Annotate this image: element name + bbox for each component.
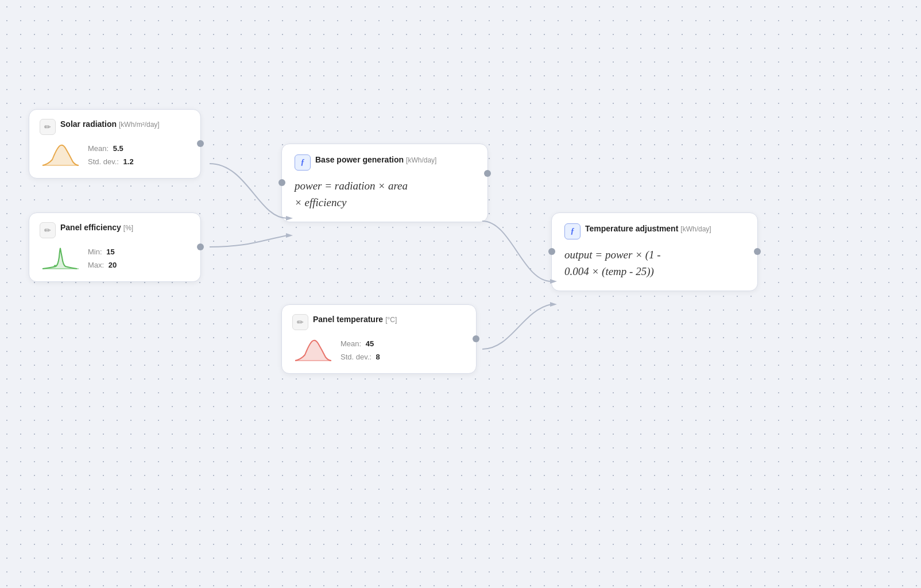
solar-std-label: Std. dev.: <box>88 157 119 166</box>
efficiency-min-value: 15 <box>106 247 114 256</box>
panel-efficiency-node: ✏ Panel efficiency [%] Min: 15 M <box>29 212 201 282</box>
panel-temperature-stats: Mean: 45 Std. dev.: 8 <box>340 337 380 364</box>
base-power-func-icon: ƒ <box>295 154 311 171</box>
panel-efficiency-stats: Min: 15 Max: 20 <box>88 245 117 272</box>
pencil-icon-3: ✏ <box>297 318 304 327</box>
temp-mean-value: 45 <box>366 339 374 348</box>
temperature-adjustment-output-dot <box>754 248 761 255</box>
func-icon-2: ƒ <box>571 227 575 236</box>
solar-radiation-body: Mean: 5.5 Std. dev.: 1.2 <box>40 142 190 169</box>
solar-radiation-title: Solar radiation <box>60 119 117 129</box>
svg-marker-1 <box>286 233 293 238</box>
temp-std-value: 8 <box>376 353 380 361</box>
panel-temperature-title: Panel temperature <box>313 314 383 324</box>
solar-radiation-title-area: Solar radiation [kWh/m²/day] <box>60 119 160 130</box>
panel-temperature-body: Mean: 45 Std. dev.: 8 <box>292 337 466 364</box>
efficiency-min-label: Min: <box>88 247 102 256</box>
solar-radiation-node: ✏ Solar radiation [kWh/m²/day] Mean: 5.5… <box>29 109 201 179</box>
solar-radiation-unit: [kWh/m²/day] <box>119 121 160 130</box>
solar-mean-value: 5.5 <box>113 144 123 153</box>
temperature-adjustment-formula: output = power × (1 -0.004 × (temp - 25)… <box>564 246 745 280</box>
panel-efficiency-title: Panel efficiency <box>60 222 121 233</box>
solar-mean-label: Mean: <box>88 144 109 153</box>
panel-efficiency-chart <box>40 246 80 271</box>
solar-std-value: 1.2 <box>123 157 134 166</box>
panel-efficiency-output-dot <box>197 243 204 250</box>
base-power-node: ƒ Base power generation [kWh/day] power … <box>281 144 488 222</box>
panel-efficiency-header: ✏ Panel efficiency [%] <box>40 222 190 238</box>
panel-temperature-unit: [°C] <box>385 316 397 325</box>
panel-efficiency-body: Min: 15 Max: 20 <box>40 245 190 272</box>
base-power-input-dot <box>278 179 285 186</box>
pencil-icon-2: ✏ <box>44 226 51 235</box>
panel-temperature-icon: ✏ <box>292 314 308 330</box>
panel-temperature-chart <box>292 338 332 363</box>
base-power-header: ƒ Base power generation [kWh/day] <box>295 154 475 171</box>
panel-temperature-output-dot <box>473 335 479 342</box>
solar-radiation-icon: ✏ <box>40 119 56 135</box>
solar-radiation-chart <box>40 142 80 168</box>
func-icon: ƒ <box>301 158 305 167</box>
temperature-adjustment-title: Temperature adjustment <box>585 223 678 234</box>
pencil-icon: ✏ <box>44 122 51 131</box>
svg-marker-3 <box>550 302 557 307</box>
panel-efficiency-title-area: Panel efficiency [%] <box>60 222 133 233</box>
temp-std-label: Std. dev.: <box>340 353 372 361</box>
solar-radiation-stats: Mean: 5.5 Std. dev.: 1.2 <box>88 142 134 169</box>
base-power-title: Base power generation <box>315 154 404 165</box>
efficiency-max-label: Max: <box>88 261 104 269</box>
base-power-unit: [kWh/day] <box>406 156 436 165</box>
temp-mean-label: Mean: <box>340 339 361 348</box>
temperature-adjustment-title-area: Temperature adjustment [kWh/day] <box>585 223 711 234</box>
efficiency-max-value: 20 <box>109 261 117 269</box>
panel-temperature-header: ✏ Panel temperature [°C] <box>292 314 466 330</box>
solar-radiation-header: ✏ Solar radiation [kWh/m²/day] <box>40 119 190 135</box>
base-power-formula: power = radiation × area× efficiency <box>295 177 475 211</box>
temperature-adjustment-unit: [kWh/day] <box>680 225 711 234</box>
base-power-output-dot <box>484 170 491 177</box>
temperature-adjustment-input-dot <box>548 248 555 255</box>
temperature-adjustment-header: ƒ Temperature adjustment [kWh/day] <box>564 223 745 239</box>
temperature-adjustment-node: ƒ Temperature adjustment [kWh/day] outpu… <box>551 212 758 291</box>
base-power-title-area: Base power generation [kWh/day] <box>315 154 436 165</box>
panel-temperature-node: ✏ Panel temperature [°C] Mean: 45 Std. d… <box>281 304 477 374</box>
temperature-adjustment-func-icon: ƒ <box>564 223 581 239</box>
solar-radiation-output-dot <box>197 140 204 147</box>
panel-efficiency-icon: ✏ <box>40 222 56 238</box>
panel-efficiency-unit: [%] <box>123 224 133 233</box>
panel-temperature-title-area: Panel temperature [°C] <box>313 314 397 325</box>
